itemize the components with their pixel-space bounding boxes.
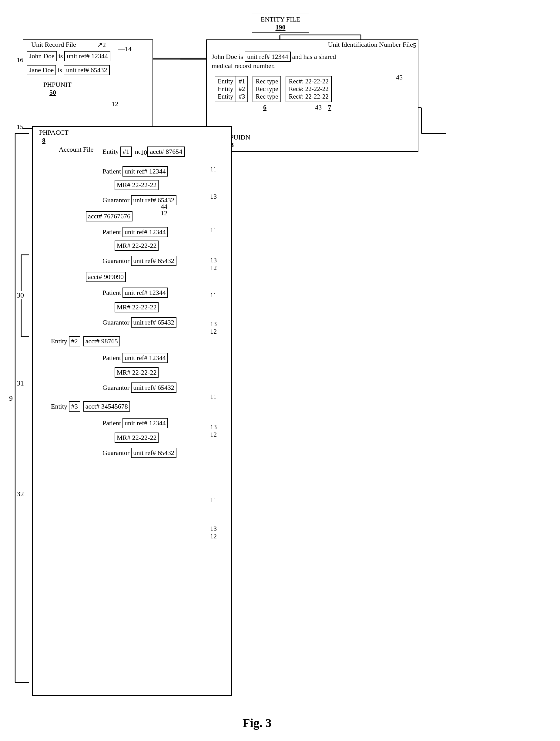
diagram: ENTITY FILE 190 Unit Record File John Do… [0, 0, 560, 741]
rec-22-2: Rec#: 22-22-22 [289, 85, 328, 93]
ref13d-label: 13 [210, 423, 217, 431]
unit-ref-65432-g3: unit ref# 65432 [131, 317, 177, 328]
entity-file-box: ENTITY FILE 190 [252, 14, 309, 33]
jane-doe-box: Jane Doe [27, 65, 56, 75]
guarantor-2-label: Guarantor [102, 257, 130, 265]
unit-record-file-label: Unit Record File [31, 41, 151, 49]
unit-ref-12344-p3: unit ref# 12344 [123, 287, 168, 298]
unit-ref-65432-box1: unit ref# 65432 [64, 65, 110, 75]
patient-3-label: Patient [102, 289, 121, 297]
hash1-label: #1 [238, 78, 245, 85]
ref16-label: 16 [17, 56, 23, 64]
ref12c-label: 12 [210, 264, 217, 272]
ref11d-label: 11 [210, 393, 216, 401]
hash2-label: #2 [238, 85, 245, 93]
unit-ref-12344-p5: unit ref# 12344 [123, 418, 168, 428]
acct-76767676-box: acct# 76767676 [86, 211, 133, 221]
rec-type-3: Rec type [256, 93, 278, 100]
mr-22-3-box: MR# 22-22-22 [115, 302, 158, 313]
and-has-label: and has a shared [292, 53, 336, 61]
acct-87654-box: acct# 87654 [147, 146, 185, 157]
hash-column-box: #1 #2 #3 [235, 76, 248, 102]
ref45-label: 45 [396, 73, 403, 81]
mr-22-1-box: MR# 22-22-22 [115, 180, 158, 190]
patient-4-label: Patient [102, 354, 121, 362]
medical-record-label: medical record number. [212, 62, 275, 69]
entity-file-label: ENTITY FILE [255, 15, 305, 23]
phpunit-label: PHPUNIT [43, 81, 72, 88]
rec-num-column-box: Rec#: 22-22-22 Rec#: 22-22-22 Rec#: 22-2… [286, 76, 331, 102]
ref10-label: 10 [140, 149, 147, 156]
ref12d-label: 12 [210, 328, 217, 335]
entity-3-label: Entity [218, 93, 233, 100]
unit-ref-12344-p1: unit ref# 12344 [123, 166, 168, 177]
rec-22-3: Rec#: 22-22-22 [289, 93, 328, 100]
entity-hash3-label: Entity [51, 403, 67, 410]
ref13b-label: 13 [210, 256, 217, 264]
ref32-label: 32 [17, 490, 24, 498]
ref11b-label: 11 [210, 226, 216, 234]
unit-ref-65432-g4: unit ref# 65432 [131, 383, 177, 393]
entity-hash2-label: Entity [51, 337, 67, 345]
ref2: ↗2 [97, 41, 106, 49]
acct-34545678-box: acct# 34545678 [83, 401, 130, 412]
unit-ref-12344-uid: unit ref# 12344 [245, 52, 291, 62]
ref12e-label: 12 [210, 431, 217, 439]
guarantor-4-label: Guarantor [102, 384, 130, 392]
hash3-label: #3 [238, 93, 245, 100]
mr-22-5-box: MR# 22-22-22 [115, 432, 158, 443]
phpacct-main-box: PHPACCT 8 Account File Entity #1 new acc… [32, 126, 232, 696]
ref6-label: 6 [263, 104, 267, 111]
patient-5-label: Patient [102, 419, 121, 427]
ref11e-label: 11 [210, 496, 216, 504]
john-doe-box: John Doe [27, 51, 57, 61]
ref11a-label: 11 [210, 165, 216, 173]
ref12b-label: 12 [161, 209, 167, 217]
ref13e-label: 13 [210, 525, 217, 533]
mr-22-4-box: MR# 22-22-22 [115, 367, 158, 378]
entity-hash2-box: #2 [69, 336, 80, 346]
ref13c-label: 13 [210, 320, 217, 328]
acct-98765-box: acct# 98765 [83, 336, 120, 346]
ref5-label: 5 [413, 42, 416, 50]
entity-file-number: 190 [255, 23, 305, 31]
ref13a-label: 13 [210, 193, 217, 200]
unit-ref-65432-g2: unit ref# 65432 [131, 256, 177, 266]
unit-ref-12344-p4: unit ref# 12344 [123, 353, 168, 363]
entity-column-box: Entity Entity Entity [215, 76, 236, 102]
patient-2-label: Patient [102, 228, 121, 236]
entity-2-label: Entity [218, 85, 233, 93]
ref43-label: 43 [315, 104, 322, 111]
ref30-label: 30 [17, 291, 24, 299]
rec-type-1: Rec type [256, 78, 278, 85]
fig-label: Fig. 3 [242, 716, 272, 730]
is2-label: is [58, 66, 62, 74]
ref14: —14 [118, 45, 132, 53]
mr-22-2-box: MR# 22-22-22 [115, 241, 158, 251]
unit-record-file-box: Unit Record File John Doe is unit ref# 1… [23, 40, 153, 129]
rec-type-column-box: Rec type Rec type Rec type [253, 76, 281, 102]
is1-label: is [59, 52, 63, 60]
guarantor-1-label: Guarantor [102, 196, 130, 204]
unit-ref-65432-g1: unit ref# 65432 [131, 195, 177, 205]
unit-ref-12344-p2: unit ref# 12344 [123, 227, 168, 237]
guarantor-3-label: Guarantor [102, 319, 130, 326]
guarantor-5-label: Guarantor [102, 449, 130, 457]
entity-hash3-box: #3 [69, 401, 80, 412]
acct-909090-box: acct# 909090 [86, 272, 126, 282]
ref12a-label: 12 [112, 100, 118, 108]
uid-file-title: Unit Identification Number File [209, 41, 413, 49]
ref31-label: 31 [17, 379, 24, 387]
entity-1-label: Entity [218, 78, 233, 85]
ref9-label: 9 [9, 394, 13, 403]
john-doe-uid-label: John Doe is [212, 53, 243, 61]
ref7-label: 7 [328, 104, 331, 111]
rec-type-2: Rec type [256, 85, 278, 93]
ref12f-label: 12 [210, 532, 217, 540]
unit-ref-65432-g5: unit ref# 65432 [131, 448, 177, 458]
entity-hash1-label: Entity [102, 148, 119, 155]
phpacct-num: 8 [42, 136, 229, 144]
ref11c-label: 11 [210, 291, 216, 299]
rec-22-1: Rec#: 22-22-22 [289, 78, 328, 85]
phpunit-number: 50 [50, 88, 56, 96]
